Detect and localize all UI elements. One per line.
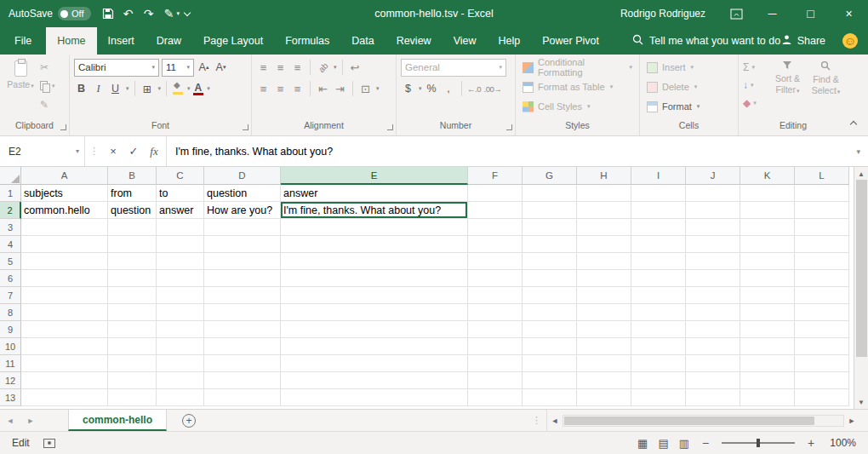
row-header-12[interactable]: 12 xyxy=(0,372,21,389)
cell-I2[interactable] xyxy=(631,202,686,219)
cell-K10[interactable] xyxy=(740,338,795,355)
cell-K7[interactable] xyxy=(740,287,795,304)
cell-J2[interactable] xyxy=(686,202,740,219)
cut-button[interactable]: ✂ xyxy=(40,60,55,75)
cell-C12[interactable] xyxy=(157,372,204,389)
cell-G11[interactable] xyxy=(523,355,577,372)
sort-filter-button[interactable]: Sort & Filter▾ xyxy=(770,58,805,120)
column-header-C[interactable]: C xyxy=(157,167,204,185)
cell-D4[interactable] xyxy=(204,236,281,253)
cell-H7[interactable] xyxy=(577,287,631,304)
cell-E10[interactable] xyxy=(281,338,468,355)
percent-style-button[interactable]: % xyxy=(425,80,439,97)
font-dialog-launcher-icon[interactable] xyxy=(243,124,248,130)
cell-H3[interactable] xyxy=(577,219,631,236)
cell-I5[interactable] xyxy=(631,253,686,270)
tab-view[interactable]: View xyxy=(443,27,488,55)
cell-D8[interactable] xyxy=(204,304,281,321)
cell-A1[interactable]: subjects xyxy=(21,185,108,202)
cell-A11[interactable] xyxy=(21,355,108,372)
cell-F6[interactable] xyxy=(468,270,523,287)
redo-icon[interactable]: ↷ xyxy=(140,3,158,24)
cell-K9[interactable] xyxy=(740,321,795,338)
cell-I6[interactable] xyxy=(631,270,686,287)
decrease-decimal-icon[interactable]: .00→ xyxy=(484,80,502,97)
tab-review[interactable]: Review xyxy=(385,27,443,55)
accounting-format-button[interactable]: $ xyxy=(401,80,415,97)
cell-B4[interactable] xyxy=(108,236,157,253)
page-break-view-icon[interactable]: ▥ xyxy=(679,437,689,450)
cell-E12[interactable] xyxy=(281,372,468,389)
vertical-scroll-thumb[interactable] xyxy=(856,180,867,357)
cell-F2[interactable] xyxy=(468,202,523,219)
increase-decimal-icon[interactable]: ←.0 xyxy=(467,80,482,97)
column-header-G[interactable]: G xyxy=(523,167,577,185)
font-color-icon[interactable]: A xyxy=(193,83,204,95)
cell-L8[interactable] xyxy=(795,304,849,321)
cell-B7[interactable] xyxy=(108,287,157,304)
cell-B8[interactable] xyxy=(108,304,157,321)
horizontal-scrollbar[interactable]: ◄ ► xyxy=(546,410,868,431)
cell-F11[interactable] xyxy=(468,355,523,372)
increase-indent-icon[interactable]: ⇥ xyxy=(333,80,347,97)
align-top-icon[interactable]: ≡ xyxy=(256,59,271,76)
tab-file[interactable]: File xyxy=(0,27,46,55)
cell-G4[interactable] xyxy=(523,236,577,253)
align-bottom-icon[interactable]: ≡ xyxy=(290,59,305,76)
autosum-button[interactable]: Σ▾ xyxy=(743,60,767,75)
cell-H10[interactable] xyxy=(577,338,631,355)
cell-G13[interactable] xyxy=(523,389,577,406)
cell-E1[interactable]: answer xyxy=(281,185,468,202)
vertical-scrollbar[interactable]: ▲ ▼ xyxy=(854,167,868,409)
conditional-formatting-button[interactable]: Conditional Formatting▾ xyxy=(520,58,635,77)
cell-A12[interactable] xyxy=(21,372,108,389)
cell-C10[interactable] xyxy=(157,338,204,355)
cell-L7[interactable] xyxy=(795,287,849,304)
cell-D13[interactable] xyxy=(204,389,281,406)
cell-C4[interactable] xyxy=(157,236,204,253)
cell-L9[interactable] xyxy=(795,321,849,338)
column-header-I[interactable]: I xyxy=(631,167,686,185)
cell-A9[interactable] xyxy=(21,321,108,338)
cell-F7[interactable] xyxy=(468,287,523,304)
zoom-out-icon[interactable]: − xyxy=(700,436,711,450)
cell-H5[interactable] xyxy=(577,253,631,270)
vertical-scroll-track[interactable] xyxy=(854,179,868,397)
feedback-smiley-icon[interactable]: ☺ xyxy=(842,33,858,49)
cell-K13[interactable] xyxy=(740,389,795,406)
cell-E8[interactable] xyxy=(281,304,468,321)
align-middle-icon[interactable]: ≡ xyxy=(273,59,288,76)
cell-K1[interactable] xyxy=(740,185,795,202)
borders-icon[interactable]: ⊞ xyxy=(140,80,155,97)
cell-I8[interactable] xyxy=(631,304,686,321)
underline-button[interactable]: U xyxy=(108,80,123,97)
cell-I11[interactable] xyxy=(631,355,686,372)
cell-F12[interactable] xyxy=(468,372,523,389)
horizontal-scroll-thumb[interactable] xyxy=(564,417,814,425)
cell-E6[interactable] xyxy=(281,270,468,287)
column-header-L[interactable]: L xyxy=(795,167,849,185)
cell-H4[interactable] xyxy=(577,236,631,253)
cell-J8[interactable] xyxy=(686,304,740,321)
cell-F5[interactable] xyxy=(468,253,523,270)
cell-K2[interactable] xyxy=(740,202,795,219)
column-header-H[interactable]: H xyxy=(577,167,631,185)
tab-page-layout[interactable]: Page Layout xyxy=(192,27,274,55)
pen-icon[interactable]: ✎ xyxy=(160,3,179,24)
cell-H13[interactable] xyxy=(577,389,631,406)
column-header-D[interactable]: D xyxy=(204,167,281,185)
tab-draw[interactable]: Draw xyxy=(146,27,192,55)
row-header-11[interactable]: 11 xyxy=(0,355,21,372)
tab-help[interactable]: Help xyxy=(488,27,532,55)
pen-dropdown-icon[interactable]: ▾ xyxy=(177,10,180,17)
cell-H12[interactable] xyxy=(577,372,631,389)
cell-D2[interactable]: How are you? xyxy=(204,202,281,219)
cell-B3[interactable] xyxy=(108,219,157,236)
cell-D5[interactable] xyxy=(204,253,281,270)
orientation-icon[interactable]: ab xyxy=(311,56,334,78)
cell-G12[interactable] xyxy=(523,372,577,389)
cell-E11[interactable] xyxy=(281,355,468,372)
column-header-A[interactable]: A xyxy=(21,167,108,185)
cell-E9[interactable] xyxy=(281,321,468,338)
cell-K11[interactable] xyxy=(740,355,795,372)
